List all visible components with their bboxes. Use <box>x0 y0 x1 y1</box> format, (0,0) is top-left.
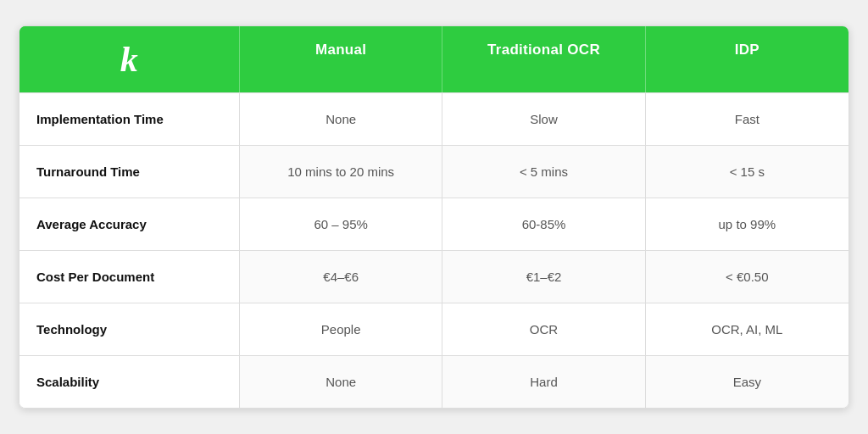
row-idp-value: Easy <box>646 356 849 408</box>
table-row: Technology People OCR OCR, AI, ML <box>19 303 849 355</box>
row-manual-value: People <box>240 303 442 355</box>
header-manual: Manual <box>240 26 442 92</box>
logo-icon: k <box>120 42 138 77</box>
row-label: Turnaround Time <box>19 146 240 198</box>
row-manual-value: 60 – 95% <box>240 198 442 250</box>
row-ocr-value: Hard <box>442 356 645 408</box>
row-label: Scalability <box>19 356 240 408</box>
row-label: Average Accuracy <box>19 198 240 250</box>
row-manual-value: €4–€6 <box>240 251 442 303</box>
logo-cell: k <box>19 26 240 92</box>
table-row: Average Accuracy 60 – 95% 60-85% up to 9… <box>19 198 849 250</box>
row-manual-value: None <box>240 356 442 408</box>
row-ocr-value: OCR <box>442 303 645 355</box>
row-manual-value: 10 mins to 20 mins <box>240 146 442 198</box>
table-row: Scalability None Hard Easy <box>19 355 849 408</box>
row-idp-value: < €0.50 <box>646 251 849 303</box>
header-traditional-ocr: Traditional OCR <box>442 26 645 92</box>
table-header: k Manual Traditional OCR IDP <box>19 26 849 92</box>
row-ocr-value: 60-85% <box>442 198 645 250</box>
row-ocr-value: €1–€2 <box>442 251 645 303</box>
row-idp-value: < 15 s <box>646 146 849 198</box>
row-idp-value: up to 99% <box>646 198 849 250</box>
row-label: Implementation Time <box>19 93 240 145</box>
comparison-table: k Manual Traditional OCR IDP Implementat… <box>19 25 849 409</box>
table-row: Turnaround Time 10 mins to 20 mins < 5 m… <box>19 145 849 198</box>
row-label: Cost Per Document <box>19 251 240 303</box>
table-body: Implementation Time None Slow Fast Turna… <box>19 92 849 408</box>
header-idp: IDP <box>646 26 849 92</box>
row-label: Technology <box>19 303 240 355</box>
row-idp-value: OCR, AI, ML <box>646 303 849 355</box>
table-row: Cost Per Document €4–€6 €1–€2 < €0.50 <box>19 250 849 303</box>
row-manual-value: None <box>240 93 442 145</box>
row-idp-value: Fast <box>646 93 849 145</box>
row-ocr-value: Slow <box>442 93 645 145</box>
row-ocr-value: < 5 mins <box>442 146 645 198</box>
table-row: Implementation Time None Slow Fast <box>19 92 849 145</box>
